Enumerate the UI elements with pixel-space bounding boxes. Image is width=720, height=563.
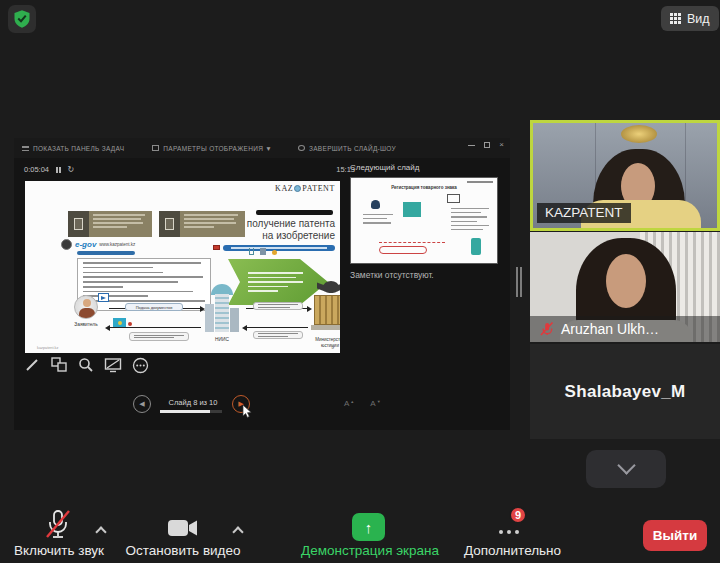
leave-button[interactable]: Выйти — [643, 520, 707, 551]
slide-footer-url: kazpatent.kz — [37, 346, 58, 350]
slide-title: получение патента на изобретение — [247, 218, 335, 241]
presenter-menu-bar: ПОКАЗАТЬ ПАНЕЛЬ ЗАДАЧ ПАРАМЕТРЫ ОТОБРАЖЕ… — [14, 138, 510, 158]
niis-building-icon — [201, 284, 243, 334]
next-slide-label: Следующий слайд — [350, 163, 419, 172]
unmute-button[interactable] — [44, 509, 72, 541]
thumb-text-lines — [451, 208, 489, 230]
shield-check-icon — [12, 9, 32, 29]
end-slideshow-icon — [298, 145, 305, 151]
participant-name-label: Shalabayev_M — [565, 382, 686, 402]
close-icon[interactable]: × — [499, 141, 504, 149]
font-bigger-button[interactable]: A▲ — [344, 399, 354, 408]
show-taskbar-label: ПОКАЗАТЬ ПАНЕЛЬ ЗАДАЧ — [33, 145, 124, 152]
display-settings-button[interactable]: ПАРАМЕТРЫ ОТОБРАЖЕНИЯ ▼ — [152, 145, 272, 152]
ministry-label: Министерство юстиции — [301, 337, 340, 348]
egov-logo: e-gov — [75, 240, 96, 249]
info-banner — [223, 245, 335, 251]
arrow-expertise-label — [253, 302, 303, 310]
pause-timer-icon[interactable] — [56, 167, 61, 173]
beaker-icon — [249, 248, 254, 255]
applicant-label: Заявитель — [65, 322, 107, 327]
notes-font-controls: A▲ A▼ — [344, 399, 381, 408]
gold-emblem — [621, 125, 657, 143]
presenter-tools — [22, 355, 150, 375]
building-icon — [403, 202, 421, 217]
ministry-building-icon — [311, 281, 340, 336]
notification-badge: 9 — [509, 506, 527, 524]
arrow-grant — [109, 327, 201, 328]
participant-name-label: KAZPATENT — [537, 203, 631, 223]
kazpatent-logo: KAZ PATENT — [275, 184, 335, 193]
sun-icon — [272, 250, 277, 255]
video-tile-aruzhan[interactable]: Aruzhan Ulkh… — [530, 232, 720, 342]
more-button[interactable] — [499, 530, 519, 534]
callout-text-lines — [89, 211, 152, 237]
process-icons — [249, 248, 277, 255]
panel-resize-handle[interactable] — [516, 267, 522, 297]
security-shield-button[interactable] — [8, 5, 36, 33]
highlight-pill — [379, 246, 427, 254]
zoom-slide-button[interactable] — [76, 355, 96, 375]
more-options-button[interactable] — [130, 355, 150, 375]
grid-view-icon — [670, 13, 681, 24]
end-slideshow-label: ЗАВЕРШИТЬ СЛАЙД-ШОУ — [309, 145, 396, 152]
mouse-cursor-icon — [242, 405, 253, 418]
stop-video-button[interactable] — [167, 518, 199, 538]
font-smaller-button[interactable]: A▼ — [370, 399, 380, 408]
see-all-slides-button[interactable] — [49, 355, 69, 375]
flag-icon — [213, 245, 220, 250]
slide-page-number: 8 — [331, 345, 334, 350]
presenter-window-controls: × — [468, 141, 504, 149]
pen-tool-button[interactable] — [22, 355, 42, 375]
collapse-videos-button[interactable] — [586, 450, 666, 488]
callout-text-lines — [180, 211, 245, 237]
black-screen-button[interactable] — [103, 355, 123, 375]
document-icon — [68, 211, 89, 237]
show-taskbar-button[interactable]: ПОКАЗАТЬ ПАНЕЛЬ ЗАДАЧ — [22, 145, 124, 152]
building-icon — [260, 248, 266, 255]
muted-mic-icon — [540, 322, 554, 336]
end-slideshow-button[interactable]: ЗАВЕРШИТЬ СЛАЙД-ШОУ — [298, 145, 396, 152]
presentation-timer: 0:05:04 ↻ — [24, 165, 74, 174]
display-settings-icon — [152, 145, 159, 151]
more-label: Дополнительно — [440, 543, 585, 558]
current-slide: KAZ PATENT получение патента на изобрете… — [25, 181, 340, 353]
logo-kaz-text: KAZ — [275, 184, 293, 193]
previous-slide-button[interactable]: ◀ — [133, 395, 151, 413]
egov-row: e-gov www.kazpatent.kz — [61, 239, 135, 250]
notes-text: Заметки отсутствуют. — [350, 270, 434, 280]
maximize-icon[interactable] — [484, 142, 490, 148]
display-settings-label: ПАРАМЕТРЫ ОТОБРАЖЕНИЯ ▼ — [163, 145, 272, 152]
unmute-label: Включить звук — [0, 543, 118, 558]
person-icon — [371, 200, 380, 209]
avatar-icon — [61, 239, 72, 250]
next-slide-thumbnail[interactable]: Регистрация товарного знака — [350, 177, 498, 264]
arrow-decision — [246, 327, 308, 328]
mic-options-chevron[interactable] — [95, 526, 106, 537]
arrow-grant-label — [129, 332, 189, 341]
video-options-chevron[interactable] — [232, 526, 243, 537]
minimize-icon[interactable] — [468, 145, 475, 146]
view-button[interactable]: Вид — [661, 6, 719, 31]
globe-icon — [294, 185, 301, 192]
slide-title-line2: на изобретение — [247, 230, 335, 242]
slide-callout-box — [68, 211, 152, 237]
slide-callout-box — [159, 211, 245, 237]
share-screen-button[interactable]: ↑ — [352, 513, 385, 541]
video-tile-kazpatent[interactable]: KAZPATENT — [530, 120, 720, 231]
dashed-connector — [379, 242, 445, 243]
applicant-icon — [74, 295, 98, 319]
share-screen-label: Демонстрация экрана — [290, 543, 450, 558]
arrow-decision-label — [253, 331, 303, 339]
slide-progress-bar — [160, 410, 222, 413]
video-tile-shalabayev[interactable]: Shalabayev_M — [530, 344, 720, 439]
restart-timer-icon[interactable]: ↻ — [68, 166, 75, 174]
participant-name-bar: Aruzhan Ulkh… — [530, 316, 720, 342]
thumb-text-lines — [363, 214, 393, 224]
seal-icon — [128, 322, 132, 326]
niis-label: НИИС — [201, 337, 243, 342]
egov-subtitle-pill — [77, 251, 135, 255]
monitor-icon — [447, 194, 460, 203]
next-slide-title: Регистрация товарного знака — [351, 185, 497, 190]
phone-icon — [471, 238, 481, 255]
